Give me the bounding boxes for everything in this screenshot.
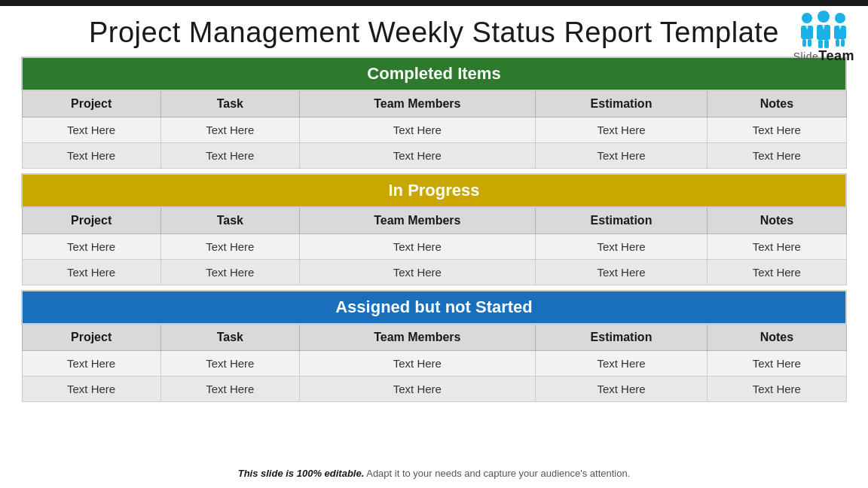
footer-bold: This slide is 100% editable.: [238, 468, 365, 479]
inprogress-r2-notes: Text Here: [708, 260, 846, 285]
col-project-3: Project: [22, 324, 160, 351]
inprogress-col-headers: Project Task Team Members Estimation Not…: [22, 207, 846, 234]
completed-table: Completed Items Project Task Team Member…: [21, 56, 847, 169]
completed-r2-task: Text Here: [160, 143, 299, 169]
svg-rect-10: [836, 39, 839, 47]
logo-area: SlideTeam: [793, 9, 854, 64]
assigned-row-2: Text Here Text Here Text Here Text Here …: [22, 377, 846, 402]
col-task-1: Task: [160, 90, 299, 117]
assigned-r1-team: Text Here: [299, 351, 535, 377]
completed-r1-team: Text Here: [299, 117, 535, 143]
inprogress-r2-team: Text Here: [299, 260, 535, 285]
completed-col-headers: Project Task Team Members Estimation Not…: [22, 90, 846, 117]
top-bar: [0, 0, 868, 6]
assigned-r2-estimation: Text Here: [535, 377, 707, 402]
assigned-header: Assigned but not Started: [22, 291, 846, 324]
inprogress-r1-notes: Text Here: [708, 234, 846, 260]
completed-r1-estimation: Text Here: [535, 117, 707, 143]
inprogress-r1-project: Text Here: [22, 234, 160, 260]
completed-r2-project: Text Here: [22, 143, 160, 169]
col-notes-1: Notes: [708, 90, 846, 117]
col-task-3: Task: [160, 324, 299, 351]
inprogress-r1-team: Text Here: [299, 234, 535, 260]
logo-icon: [796, 9, 851, 48]
inprogress-table: In Progress Project Task Team Members Es…: [21, 173, 847, 285]
page-title: Project Management Weekly Status Report …: [0, 6, 868, 56]
logo-text: SlideTeam: [793, 48, 854, 64]
inprogress-header: In Progress: [22, 174, 846, 207]
inprogress-r2-task: Text Here: [160, 260, 299, 285]
col-project-2: Project: [22, 207, 160, 234]
assigned-row-1: Text Here Text Here Text Here Text Here …: [22, 351, 846, 377]
col-estimation-1: Estimation: [535, 90, 707, 117]
col-team-1: Team Members: [299, 90, 535, 117]
assigned-r1-estimation: Text Here: [535, 351, 707, 377]
svg-rect-3: [808, 39, 811, 47]
svg-rect-2: [802, 39, 806, 47]
col-project-1: Project: [22, 90, 160, 117]
svg-rect-11: [841, 39, 845, 47]
svg-point-4: [818, 11, 830, 23]
col-task-2: Task: [160, 207, 299, 234]
assigned-r1-notes: Text Here: [708, 351, 846, 377]
assigned-table: Assigned but not Started Project Task Te…: [21, 290, 847, 402]
completed-r1-project: Text Here: [22, 117, 160, 143]
inprogress-r2-estimation: Text Here: [535, 260, 707, 285]
assigned-r2-task: Text Here: [160, 377, 299, 402]
svg-rect-7: [824, 40, 829, 48]
svg-point-0: [802, 13, 812, 23]
content-area: Completed Items Project Task Team Member…: [0, 56, 868, 402]
inprogress-r1-task: Text Here: [160, 234, 299, 260]
svg-rect-6: [818, 40, 823, 48]
footer: This slide is 100% editable. Adapt it to…: [0, 468, 868, 479]
completed-r2-team: Text Here: [299, 143, 535, 169]
completed-header: Completed Items: [22, 57, 846, 90]
footer-normal: Adapt it to your needs and capture your …: [364, 468, 630, 479]
completed-row-2: Text Here Text Here Text Here Text Here …: [22, 143, 846, 169]
completed-r2-notes: Text Here: [708, 143, 846, 169]
assigned-header-row: Assigned but not Started: [22, 291, 846, 324]
assigned-r2-team: Text Here: [299, 377, 535, 402]
inprogress-row-2: Text Here Text Here Text Here Text Here …: [22, 260, 846, 285]
col-estimation-3: Estimation: [535, 324, 707, 351]
assigned-r1-project: Text Here: [22, 351, 160, 377]
completed-r2-estimation: Text Here: [535, 143, 707, 169]
inprogress-r2-project: Text Here: [22, 260, 160, 285]
inprogress-header-row: In Progress: [22, 174, 846, 207]
completed-r1-task: Text Here: [160, 117, 299, 143]
inprogress-row-1: Text Here Text Here Text Here Text Here …: [22, 234, 846, 260]
col-notes-2: Notes: [708, 207, 846, 234]
assigned-r2-notes: Text Here: [708, 377, 846, 402]
completed-r1-notes: Text Here: [708, 117, 846, 143]
col-notes-3: Notes: [708, 324, 846, 351]
col-team-2: Team Members: [299, 207, 535, 234]
col-estimation-2: Estimation: [535, 207, 707, 234]
col-team-3: Team Members: [299, 324, 535, 351]
assigned-col-headers: Project Task Team Members Estimation Not…: [22, 324, 846, 351]
svg-point-8: [835, 13, 845, 23]
completed-header-row: Completed Items: [22, 57, 846, 90]
completed-row-1: Text Here Text Here Text Here Text Here …: [22, 117, 846, 143]
inprogress-r1-estimation: Text Here: [535, 234, 707, 260]
assigned-r2-project: Text Here: [22, 377, 160, 402]
assigned-r1-task: Text Here: [160, 351, 299, 377]
